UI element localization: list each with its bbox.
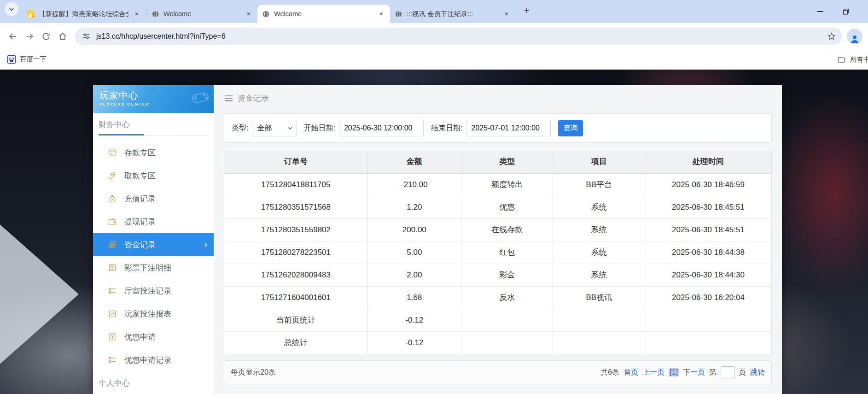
bookmark-baidu[interactable]: 百度一下 [7,55,47,64]
sidebar-item-cash-4[interactable]: 资金记录 › [93,233,214,256]
table-cell: 优惠 [461,196,553,218]
sidebar-item-label: 玩家投注报表 [124,309,171,319]
tab[interactable]: Welcome × [147,5,257,23]
sidebar-item-label: 取款专区 [124,171,156,181]
address-bar[interactable]: js13.cc/hhcp/usercenter.html?iniType=6 [75,28,842,45]
tab-close-button[interactable]: × [502,10,511,18]
sidebar-item-label: 彩票下注明细 [124,263,171,273]
table-cell: 红包 [461,241,553,264]
sidebar-item-bag-2[interactable]: ¥ 充值记录 › [93,187,214,210]
wallet-icon [108,217,117,226]
sidebar-item-doc-5[interactable]: 彩票下注明细 › [93,256,214,279]
type-label: 类型: [232,123,248,133]
tab[interactable]: 【新提醒】海燕策略论坛综合交 × [22,5,146,23]
bookmark-star-button[interactable] [825,29,839,43]
table-row: 17512802782235015.00红包系统2025-06-30 18:44… [224,241,771,264]
sidebar-item-coupon-8[interactable]: 优惠申请 › [93,325,214,348]
sidebar-item-chart-7[interactable]: 玩家投注报表 › [93,302,214,325]
table-cell: 2.00 [367,264,461,286]
sidebar-item-list-9[interactable]: 优惠申请记录 › [93,348,214,371]
chevron-right-icon: › [204,239,207,249]
start-date-input[interactable] [339,120,424,136]
tab-close-button[interactable]: × [245,10,253,18]
table-row: 17512716040016011.68反水BB视讯2025-06-30 16:… [224,286,771,309]
home-button[interactable] [54,28,71,45]
home-icon [58,32,67,41]
content: 类型: 全部 开始日期: 结束日期: 查询 [214,111,782,384]
tab-separator [146,6,146,15]
list-icon [108,286,117,295]
table-cell: 系统 [553,241,645,264]
column-header: 项目 [553,150,645,173]
table-cell: 1751280351571568 [224,196,367,218]
table-cell: 系统 [553,196,645,218]
jump-link[interactable]: 跳转 [750,368,765,377]
restore-button[interactable] [841,7,851,16]
start-date-label: 开始日期: [303,123,335,133]
profile-avatar[interactable] [847,29,862,44]
gamepad-icon [190,90,211,106]
sidebar-item-label: 优惠申请记录 [124,355,171,365]
sidebar-item-wallet-3[interactable]: 提现记录 › [93,210,214,233]
table-cell: 1.20 [367,196,461,218]
table-cell: BB视讯 [553,286,645,309]
table-cell: 2025-06-30 16:20:04 [645,286,771,309]
table-cell [461,331,553,354]
end-date-label: 结束日期: [431,123,462,133]
star-icon [827,32,836,41]
table-cell: BB平台 [553,173,645,196]
table-cell: 200.00 [367,218,461,241]
column-header: 订单号 [224,150,367,173]
total-count: 共6条 [600,368,619,377]
url-text[interactable]: js13.cc/hhcp/usercenter.html?iniType=6 [96,32,825,41]
tab[interactable]: Welcome × [257,5,390,23]
table-row: 1751280351559802200.00在线存款系统2025-06-30 1… [224,218,771,241]
back-button[interactable] [5,28,21,45]
new-tab-button[interactable]: + [520,4,533,17]
next-page-link[interactable]: 下一页 [683,368,705,377]
folder-icon [837,55,846,64]
column-header: 类型 [461,150,553,173]
table-header-row: 订单号金额类型项目处理时间 [224,150,771,173]
query-button[interactable]: 查询 [558,120,583,136]
type-select[interactable]: 全部 [252,120,297,136]
sidebar-item-label: 优惠申请 [124,332,156,342]
globe-favicon [395,10,402,18]
first-page-link[interactable]: 首页 [623,368,638,377]
table-cell [553,331,645,354]
sidebar-item-label: 提现记录 [124,217,156,227]
tab-close-button[interactable]: × [133,10,141,18]
tab[interactable]: :::视讯 会员下注纪录::: × [390,5,515,23]
menu-icon[interactable] [225,95,233,101]
table-cell: 2025-06-30 18:45:51 [645,196,771,218]
sidebar-item-list-6[interactable]: 厅室投注记录 › [93,279,214,302]
table-cell: -0.12 [367,309,461,331]
current-page-badge: [1] [669,368,679,376]
chevron-down-icon [8,6,15,12]
chart-icon [108,309,117,318]
globe-favicon [262,10,270,18]
table-cell [645,331,771,354]
per-page-label: 每页显示20条 [231,368,276,377]
section-underline [99,134,208,135]
table-row: 总统计-0.12 [224,331,771,354]
tab-separator [516,6,516,15]
reload-button[interactable] [38,28,54,45]
tab-title: 【新提醒】海燕策略论坛综合交 [39,10,128,18]
tab-search-button[interactable] [5,2,18,16]
sidebar-item-hand-1[interactable]: 取款专区 › [93,164,214,187]
all-bookmarks-button[interactable]: 所有书签 [830,49,868,70]
pager: 共6条 首页 上一页 [1] 下一页 第 页 跳转 [600,366,765,378]
sidebar-item-label: 资金记录 [124,240,156,250]
page-jump-input[interactable] [721,366,734,378]
tab-title: :::视讯 会员下注纪录::: [407,10,498,18]
forward-button[interactable] [21,28,38,45]
prev-page-link[interactable]: 上一页 [642,368,664,377]
tab-close-button[interactable]: × [377,10,385,18]
table-cell: 反水 [461,286,553,309]
end-date-input[interactable] [466,120,551,136]
table-cell: 1751280418811705 [224,173,367,196]
page-header: 资金记录 [214,85,782,111]
sidebar-item-card-0[interactable]: 存款专区 › [93,141,214,164]
minimize-button[interactable] [816,7,825,16]
